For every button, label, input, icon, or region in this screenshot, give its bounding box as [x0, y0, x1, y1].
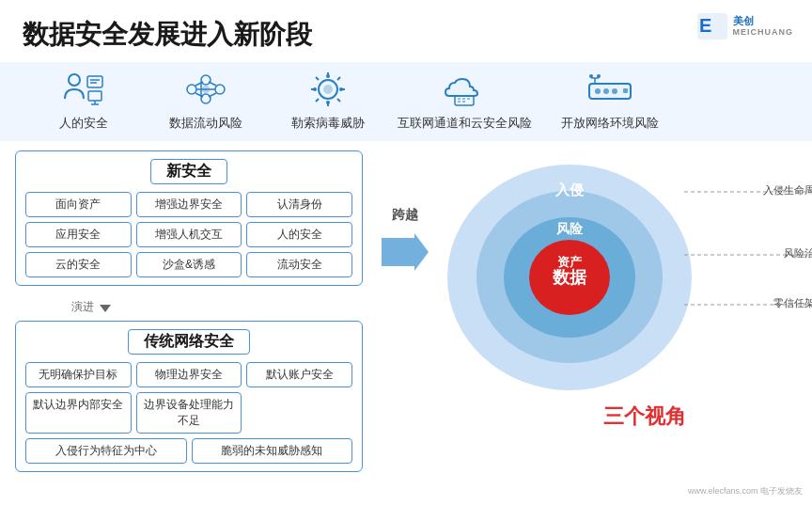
- ns-item-5: 人的安全: [246, 222, 352, 247]
- annotation-2: 零信任架构2.0: [773, 296, 812, 310]
- ns-item-2: 认清身份: [246, 192, 352, 217]
- svg-point-32: [313, 87, 317, 91]
- ns-item-7: 沙盒&诱感: [136, 252, 242, 277]
- svg-point-11: [215, 85, 225, 94]
- trad-security-grid: 无明确保护目标 物理边界安全 默认账户安全 默认边界内部安全 边界设备处理能力不…: [25, 362, 352, 434]
- svg-point-31: [326, 101, 330, 104]
- left-section: 新安全 面向资产 增强边界安全 认清身份 应用安全 增强人机交互 人的安全 云的…: [15, 150, 363, 472]
- ts-item-0: 无明确保护目标: [25, 362, 132, 387]
- icon-item-person: 人的安全: [23, 70, 145, 132]
- svg-line-27: [337, 77, 340, 80]
- icon-label-cloud: 互联网通道和云安全风险: [398, 115, 532, 132]
- icon-item-dataflow: 数据流动风险: [145, 70, 267, 132]
- svg-point-19: [202, 86, 210, 93]
- svg-point-12: [201, 94, 211, 103]
- icon-label-dataflow: 数据流动风险: [169, 115, 242, 132]
- trad-security-box: 传统网络安全 无明确保护目标 物理边界安全 默认账户安全 默认边界内部安全 边界…: [15, 321, 363, 472]
- icon-label-virus: 勒索病毒威胁: [291, 115, 365, 132]
- logo: E 美创 MEICHUANG: [697, 13, 794, 39]
- trad-security-title: 传统网络安全: [128, 329, 250, 355]
- ts-item-4: 边界设备处理能力不足: [136, 392, 242, 434]
- svg-rect-44: [623, 88, 628, 93]
- ns-item-0: 面向资产: [25, 192, 132, 217]
- middle-arrow-section: 跨越: [372, 150, 438, 275]
- three-views-label: 三个视角: [603, 402, 686, 431]
- watermark: www.elecfans.com 电子发烧友: [688, 485, 803, 497]
- svg-marker-49: [382, 233, 429, 271]
- person-icon: [59, 70, 108, 109]
- logo-text: 美创 MEICHUANG: [733, 15, 794, 38]
- svg-point-41: [595, 88, 601, 94]
- svg-line-15: [195, 82, 203, 86]
- cross-label: 跨越: [392, 207, 418, 224]
- ts-item-6: 脆弱的未知威胁感知: [192, 438, 353, 464]
- icon-item-cloud: 互联网通道和云安全风险: [389, 70, 539, 132]
- icon-row: 人的安全 数据流动风险: [0, 62, 812, 141]
- label-asset: 资产: [557, 254, 582, 271]
- network-icon: [586, 70, 634, 109]
- svg-rect-6: [88, 91, 102, 101]
- svg-point-30: [326, 74, 330, 78]
- svg-point-9: [187, 85, 196, 94]
- label-intrude: 入侵: [555, 181, 584, 199]
- svg-text:E: E: [699, 15, 711, 36]
- annotation-1: 风险治理1.0: [784, 246, 812, 260]
- new-security-grid: 面向资产 增强边界安全 认清身份 应用安全 增强人机交互 人的安全 云的安全 沙…: [25, 192, 352, 277]
- svg-point-2: [69, 74, 80, 86]
- ns-item-3: 应用安全: [25, 222, 132, 247]
- new-security-box: 新安全 面向资产 增强边界安全 认清身份 应用安全 增强人机交互 人的安全 云的…: [15, 150, 363, 286]
- svg-point-47: [589, 74, 593, 78]
- ts-item-1: 物理边界安全: [136, 362, 242, 387]
- annotation-0: 入侵生命周期1.0: [763, 183, 812, 197]
- icon-item-network: 开放网络环境风险: [539, 70, 680, 132]
- ts-item-2: 默认账户安全: [246, 362, 352, 387]
- svg-rect-3: [87, 76, 102, 87]
- ns-item-1: 增强边界安全: [136, 192, 242, 217]
- svg-line-18: [209, 93, 216, 97]
- svg-line-26: [316, 77, 319, 80]
- ts-item-5: 入侵行为特征为中心: [25, 438, 187, 464]
- right-section: 数据 入侵 风险 资产 入侵生命周期1.0 风险治理1.0: [447, 150, 812, 431]
- svg-rect-34: [455, 96, 474, 105]
- icon-label-network: 开放网络环境风险: [561, 115, 659, 132]
- icon-label-person: 人的安全: [59, 115, 108, 132]
- svg-point-33: [339, 87, 343, 91]
- virus-icon: [304, 70, 352, 109]
- svg-point-21: [323, 85, 333, 94]
- svg-line-29: [337, 99, 340, 102]
- svg-line-17: [209, 82, 216, 86]
- svg-point-48: [597, 74, 601, 78]
- cloud-icon: [440, 70, 489, 109]
- ns-item-6: 云的安全: [25, 252, 132, 277]
- svg-line-28: [316, 99, 319, 102]
- svg-line-16: [195, 93, 203, 97]
- label-risk: 风险: [556, 221, 583, 238]
- arrow-label: 演进: [71, 299, 94, 315]
- icon-item-virus: 勒索病毒威胁: [267, 70, 389, 132]
- svg-point-43: [612, 88, 617, 94]
- dataflow-icon: [181, 70, 230, 109]
- ts-item-3: 默认边界内部安全: [25, 392, 132, 434]
- arrow-section: 演进: [71, 299, 363, 315]
- ns-item-4: 增强人机交互: [136, 222, 242, 247]
- svg-point-42: [603, 88, 609, 94]
- ns-item-8: 流动安全: [246, 252, 352, 277]
- page-title: 数据安全发展进入新阶段: [0, 0, 812, 62]
- svg-point-10: [201, 75, 211, 85]
- new-security-title: 新安全: [150, 159, 227, 184]
- down-arrow-icon: [100, 305, 111, 312]
- main-content: 新安全 面向资产 增强边界安全 认清身份 应用安全 增强人机交互 人的安全 云的…: [0, 150, 812, 472]
